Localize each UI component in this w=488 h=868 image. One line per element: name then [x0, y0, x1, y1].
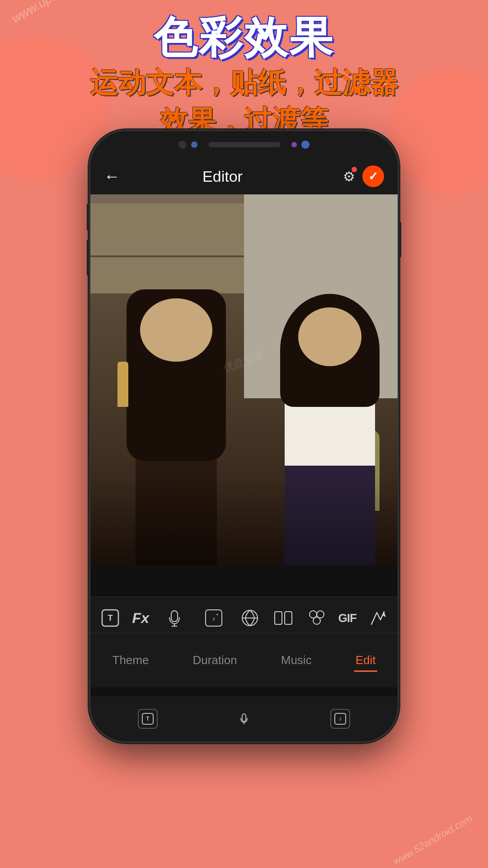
back-button[interactable]: ←: [104, 167, 120, 186]
tab-bar: Theme Duration Music Edit: [90, 633, 398, 687]
svg-text:+: +: [216, 612, 219, 617]
svg-rect-10: [285, 612, 292, 624]
photo-area: 优盘安卓: [90, 194, 398, 565]
tab-edit[interactable]: Edit: [347, 649, 385, 672]
title-sub-line1: 运动文本，贴纸，过滤器: [0, 66, 488, 99]
header-icons: ⚙ ✓: [343, 165, 384, 187]
tab-theme[interactable]: Theme: [103, 649, 158, 672]
text-icon: T: [138, 709, 158, 729]
phone-screen: ← Editor ⚙ ✓: [90, 158, 398, 741]
filter-icon: [305, 606, 328, 630]
voiceover-icon: [163, 606, 186, 630]
music-icon: ♪: [330, 709, 350, 729]
mic-icon: [234, 709, 254, 729]
svg-marker-14: [382, 612, 386, 617]
svg-rect-9: [275, 612, 282, 624]
editor-title: Editor: [129, 168, 316, 185]
bottom-icon-mic[interactable]: [234, 709, 254, 729]
title-main: 色彩效果: [0, 14, 488, 61]
face-left: [140, 298, 212, 362]
app-title-area: 色彩效果 运动文本，贴纸，过滤器 效果，过渡等: [0, 14, 488, 137]
bottle: [117, 362, 128, 407]
transition-icon: [272, 606, 295, 630]
phone-device: ← Editor ⚙ ✓: [90, 131, 398, 755]
camera-sensor: [191, 142, 197, 148]
confirm-button[interactable]: ✓: [362, 165, 384, 187]
power-button: [398, 222, 401, 258]
photo-content: 优盘安卓: [90, 194, 398, 565]
tab-music[interactable]: Music: [272, 649, 321, 672]
draw-icon: [366, 606, 389, 630]
notification-dot: [352, 167, 357, 172]
editor-header: ← Editor ⚙ ✓: [90, 158, 398, 194]
camera-lens: [178, 141, 187, 149]
effects-icon: Fx: [129, 606, 152, 630]
sticker-icon: [238, 606, 262, 630]
camera-lens2: [301, 141, 310, 149]
gif-icon: GIF: [336, 606, 359, 630]
subtitle-icon: T: [99, 606, 122, 630]
bottom-icon-music[interactable]: ♪: [330, 709, 350, 729]
svg-text:T: T: [108, 613, 113, 623]
svg-text:T: T: [146, 716, 150, 722]
bottom-toolbar: T Subtitle Fx Effects: [90, 597, 398, 687]
phone-top-bar: [90, 131, 398, 158]
face-right: [298, 307, 361, 366]
volume-up-button: [87, 203, 90, 231]
photo-overlay: [90, 475, 398, 565]
bottom-icons-row: T: [90, 696, 398, 741]
tab-duration[interactable]: Duration: [183, 649, 246, 672]
svg-text:♪: ♪: [212, 615, 215, 622]
multimusic-icon: ♪ +: [202, 606, 225, 630]
sensor: [291, 142, 297, 147]
settings-button[interactable]: ⚙: [343, 169, 355, 184]
svg-text:♪: ♪: [339, 715, 342, 722]
svg-point-13: [313, 617, 320, 624]
bottom-icon-text[interactable]: T: [138, 709, 158, 729]
phone-shell: ← Editor ⚙ ✓: [90, 131, 398, 741]
speaker-slot: [208, 142, 281, 147]
volume-down-button: [87, 240, 90, 276]
